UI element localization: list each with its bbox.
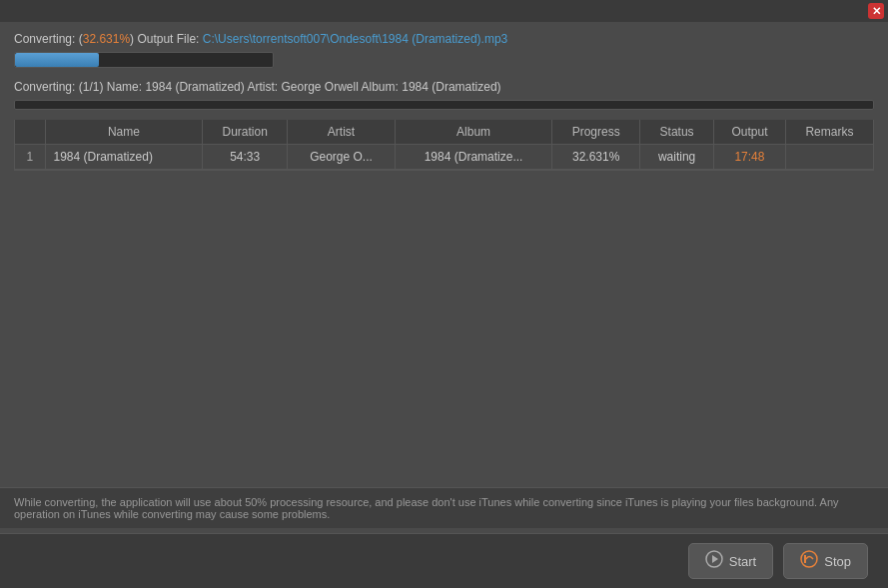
main-progress-bar-fill: [15, 53, 99, 67]
start-button[interactable]: Start: [688, 543, 773, 579]
name-label: ) Name:: [99, 80, 145, 94]
footer-text: While converting, the application will u…: [14, 496, 839, 520]
row-artist: George O...: [287, 145, 395, 170]
converting-prefix: Converting: (: [14, 32, 83, 46]
close-button[interactable]: ✕: [868, 3, 884, 19]
secondary-progress-bar-container: [14, 100, 874, 110]
stop-label: Stop: [824, 554, 851, 569]
col-output: Output: [713, 120, 785, 145]
conversion-table: Name Duration Artist Album Progress Stat…: [14, 120, 874, 171]
tracks-table: Name Duration Artist Album Progress Stat…: [15, 120, 873, 170]
col-album: Album: [396, 120, 552, 145]
converting-line-second: Converting: (1/1) Name: 1984 (Dramatized…: [14, 80, 874, 94]
svg-point-1: [801, 551, 817, 567]
album-label: Album:: [359, 80, 402, 94]
col-progress: Progress: [552, 120, 640, 145]
stop-icon: [800, 550, 818, 572]
table-row: 1 1984 (Dramatized) 54:33 George O... 19…: [15, 145, 873, 170]
converting-prefix-2: Converting: (: [14, 80, 83, 94]
row-remarks: [785, 145, 873, 170]
converting-percentage: 32.631%: [83, 32, 130, 46]
col-num: [15, 120, 45, 145]
col-duration: Duration: [203, 120, 288, 145]
track-name: 1984 (Dramatized): [145, 80, 244, 94]
footer-info: While converting, the application will u…: [0, 487, 888, 528]
row-duration: 54:33: [203, 145, 288, 170]
artist-label: Artist:: [245, 80, 282, 94]
table-header-row: Name Duration Artist Album Progress Stat…: [15, 120, 873, 145]
artist-name: George Orwell: [281, 80, 358, 94]
converting-fraction: 1/1: [83, 80, 100, 94]
row-status: waiting: [640, 145, 714, 170]
row-output: 17:48: [713, 145, 785, 170]
row-name: 1984 (Dramatized): [45, 145, 203, 170]
main-progress-bar-container: [14, 52, 274, 68]
row-album: 1984 (Dramatize...: [396, 145, 552, 170]
album-name: 1984 (Dramatized): [402, 80, 500, 94]
converting-line-top: Converting: (32.631%) Output File: C:\Us…: [14, 32, 874, 46]
start-label: Start: [729, 554, 756, 569]
converting-middle: ) Output File:: [130, 32, 203, 46]
bottom-bar: Start Stop: [0, 533, 888, 588]
main-content: Converting: (32.631%) Output File: C:\Us…: [0, 22, 888, 181]
row-num: 1: [15, 145, 45, 170]
col-status: Status: [640, 120, 714, 145]
title-bar: ✕: [0, 0, 888, 22]
start-icon: [705, 550, 723, 572]
stop-button[interactable]: Stop: [783, 543, 868, 579]
col-remarks: Remarks: [785, 120, 873, 145]
col-artist: Artist: [287, 120, 395, 145]
row-progress: 32.631%: [552, 145, 640, 170]
col-name: Name: [45, 120, 203, 145]
output-filepath: C:\Users\torrentsoft007\Ondesoft\1984 (D…: [203, 32, 507, 46]
